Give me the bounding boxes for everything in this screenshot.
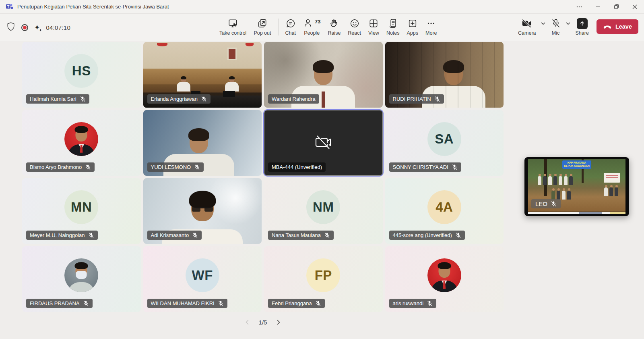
participant-tile-meyer[interactable]: MN Meyer M.U. Nainggolan [22,178,141,244]
participant-tile-adi[interactable]: Adi Krismasanto [143,178,262,244]
mic-muted-icon [427,300,433,306]
mic-button[interactable]: Mic [547,17,565,37]
participant-name-chip: MBA-444 (Unverified) [268,162,326,172]
react-button[interactable]: React [344,17,365,37]
share-button[interactable]: Share [572,17,592,37]
mic-muted-icon [315,300,321,306]
participant-tile-wildan[interactable]: WF WILDAN MUHAMAD FIKRI [143,246,262,312]
mic-muted-icon [434,96,440,102]
view-grid-icon [368,18,379,29]
participant-tile-sonny[interactable]: SA SONNY CHRISTYA ADI [385,110,504,176]
teams-logo-icon [6,3,13,10]
participant-name-chip: YUDI LESMONO [147,162,204,172]
participant-tile-febri[interactable]: FP Febri Prianggana [264,246,383,312]
maximize-restore-button[interactable] [607,0,625,13]
next-page-chevron[interactable] [273,317,283,327]
page-indicator: 1/5 [259,319,267,326]
people-button[interactable]: 73 People [299,17,324,37]
participant-tile-firdaus[interactable]: FIRDAUS PRADANA [22,246,141,312]
avatar-initials: NM [306,190,340,224]
participant-name: RUDI PRIHATIN [393,96,431,102]
participant-name-chip: Wardani Rahendra [268,94,319,104]
participant-tile-445sore[interactable]: 4A 445-sore ang (Unverified) [385,178,504,244]
participant-name-chip: Erlanda Anggriawan [147,94,211,104]
participant-tile-nana[interactable]: NM Nana Tasus Maulana [264,178,383,244]
mic-muted-icon [551,201,557,207]
pop-out-button[interactable]: Pop out [250,17,275,37]
participant-tile-mba444[interactable]: MBA-444 (Unverified) [264,110,383,176]
chat-button[interactable]: Chat [282,17,299,37]
participant-name: LEO [535,200,547,207]
participant-name: Bismo Aryo Brahmono [30,164,82,170]
raise-hand-button[interactable]: Raise [324,17,344,37]
camera-button[interactable]: Camera [514,17,539,37]
progress-segment [579,212,602,214]
video-frame: KPP PRATAMA DEPOK SAWANGAN LEO [528,159,625,212]
participant-tile-yudi[interactable]: YUDI LESMONO [143,110,262,176]
leave-button[interactable]: Leave [597,19,638,34]
shield-icon [6,22,15,33]
decor [246,43,254,46]
avatar-initials: MN [64,190,98,224]
participant-tile-wardani[interactable]: Wardani Rahendra [264,42,383,108]
crowd-silhouettes [604,187,618,196]
participant-tile-halimah[interactable]: HS Halimah Kurnia Sari [22,42,141,108]
camera-off-icon [521,18,533,29]
notes-button[interactable]: Notes [383,17,403,37]
toolbar-divider [511,19,511,35]
mic-muted-icon [83,300,89,306]
avatar-initials: SA [427,122,461,156]
participant-name-chip: Febri Prianggana [268,299,325,308]
floating-participant-tile-leo[interactable]: KPP PRATAMA DEPOK SAWANGAN LEO [524,157,629,216]
participant-name: Wardani Rahendra [272,96,316,102]
mic-muted-icon [455,232,461,238]
window-more-button[interactable] [570,0,588,13]
chat-icon [285,18,296,29]
participant-tile-erlanda[interactable]: Erlanda Anggriawan [143,42,262,108]
participant-name-chip: Adi Krismasanto [147,231,202,240]
mic-muted-icon [85,164,91,170]
avatar-initials: 4A [427,190,461,224]
participant-tile-bismo[interactable]: Bismo Aryo Brahmono [22,110,141,176]
camera-options-chevron[interactable] [540,18,547,29]
mic-muted-icon [324,232,330,238]
close-button[interactable] [625,0,644,13]
toolbar-divider [278,19,279,35]
participant-name-chip: FIRDAUS PRADANA [26,299,93,308]
people-icon [303,18,314,29]
glasses [192,207,213,212]
participant-grid: HS Halimah Kurnia Sari Erlanda Anggriawa… [22,42,504,312]
window-title: Penutupan Kegiatan Pekan Sita Serentak s… [17,4,169,10]
more-button[interactable]: More [422,17,440,37]
meeting-toolbar: ✦✦ 04:07:10 Take control Pop out Chat [0,14,644,41]
camera-off-icon [314,134,332,152]
participant-name: Febri Prianggana [272,300,312,306]
mic-muted-icon [88,232,94,238]
participant-name: aris ruswandi [393,300,424,306]
copilot-sparkle-icon[interactable]: ✦✦ [34,24,40,31]
grid-pagination: 1/5 [22,317,504,327]
take-control-button[interactable]: Take control [216,17,250,37]
apps-button[interactable]: Apps [403,17,422,37]
view-button[interactable]: View [365,17,383,37]
raise-hand-icon [329,18,339,29]
avatar-initials: WF [186,258,219,292]
participant-name: FIRDAUS PRADANA [30,300,80,306]
participant-name: Erlanda Anggriawan [151,96,198,102]
participant-name-chip: Meyer M.U. Nainggolan [26,231,98,240]
participant-name-chip: 445-sore ang (Unverified) [389,231,465,240]
participant-name-chip: RUDI PRIHATIN [389,94,444,104]
participant-tile-aris[interactable]: aris ruswandi [385,246,504,312]
participant-name: Adi Krismasanto [151,232,189,238]
avatar-initials: HS [64,54,98,88]
hang-up-icon [603,24,612,29]
take-control-icon [228,18,238,29]
previous-page-chevron[interactable] [243,317,252,327]
participant-name-chip: Nana Tasus Maulana [268,231,334,240]
minimize-button[interactable] [588,0,607,13]
participant-name-chip: WILDAN MUHAMAD FIKRI [147,299,227,308]
participant-name-chip: LEO [531,199,561,208]
participant-tile-rudi[interactable]: RUDI PRIHATIN [385,42,504,108]
mic-options-chevron[interactable] [565,18,572,29]
apps-plus-icon [407,18,418,29]
